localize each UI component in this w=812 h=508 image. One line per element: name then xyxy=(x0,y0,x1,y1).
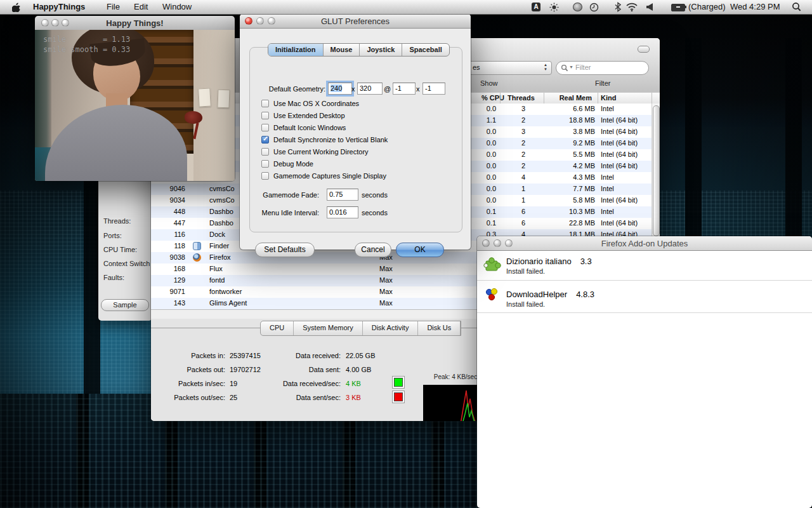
checkbox-debug-mode[interactable] xyxy=(261,160,269,168)
firefox-window-titlebar[interactable]: Firefox Add-on Updates xyxy=(477,236,812,251)
glut-preferences-dialog: GLUT Preferences Initialization Mouse Jo… xyxy=(240,14,471,250)
scrollbar-thumb[interactable] xyxy=(653,105,660,236)
sample-button[interactable]: Sample xyxy=(101,299,149,311)
geometry-height-field[interactable]: 320 xyxy=(357,83,383,95)
geometry-posx-field[interactable]: -1 xyxy=(393,83,416,95)
menu-idle-field[interactable]: 0.016 xyxy=(327,206,358,218)
apple-menu-icon[interactable] xyxy=(12,3,21,12)
menu-idle-label: Menu Idle Interval: xyxy=(241,209,319,217)
sent-color-well[interactable] xyxy=(392,391,405,403)
data-sent-sec-value: 3 KB xyxy=(346,394,361,401)
tab-disk-usage[interactable]: Disk Us xyxy=(418,321,461,335)
header-threads[interactable]: Threads xyxy=(508,94,535,102)
red-lamp xyxy=(185,111,202,124)
gamemode-fade-field[interactable]: 0.75 xyxy=(327,189,358,201)
column-divider xyxy=(598,93,598,104)
battery-icon[interactable] xyxy=(671,4,685,11)
menu-bar: HappyThings File Edit Window A xyxy=(0,0,812,15)
filter-placeholder: Filter xyxy=(575,62,591,73)
app-round-icon[interactable] xyxy=(573,3,582,11)
toolbar-toggle-pill-button[interactable] xyxy=(638,46,650,53)
addon-name: DownloadHelper xyxy=(506,290,567,299)
column-divider xyxy=(652,93,652,104)
glut-titlebar[interactable]: GLUT Preferences xyxy=(240,14,471,29)
bottom-tab-group: CPU System Memory Disk Activity Disk Us xyxy=(260,321,461,336)
process-inspector-window: Threads: Ports: CPU Time: Context Switch… xyxy=(98,181,152,321)
filter-caption: Filter xyxy=(595,79,610,87)
idle-seconds-label: seconds xyxy=(362,209,388,217)
checkbox-working-directory[interactable] xyxy=(261,148,269,156)
packets-out-value: 19702712 xyxy=(230,366,261,373)
firefox-icon xyxy=(193,253,201,262)
filter-search-field[interactable]: ▼ Filter xyxy=(556,61,649,75)
data-received-label: Data received: xyxy=(265,352,341,359)
packets-out-sec-value: 25 xyxy=(230,394,237,401)
data-received-sec-value: 4 KB xyxy=(346,380,361,387)
packets-in-label: Packets in: xyxy=(151,352,225,359)
inspector-ports-label: Ports: xyxy=(103,232,122,239)
poster xyxy=(217,90,230,109)
wifi-icon[interactable] xyxy=(625,3,638,11)
preferences-tab-group: Initialization Mouse Joystick Spaceball xyxy=(268,43,450,57)
tab-disk-activity[interactable]: Disk Activity xyxy=(363,321,419,335)
geometry-width-field[interactable]: 240 xyxy=(328,83,352,95)
spotlight-icon[interactable] xyxy=(792,2,801,12)
time-machine-icon[interactable] xyxy=(589,3,599,12)
default-geometry-label: Default Geometry: xyxy=(252,85,325,93)
header-realmem[interactable]: Real Mem xyxy=(560,94,592,102)
search-menu-chevron-icon: ▼ xyxy=(569,62,573,73)
battery-status-label[interactable]: (Charged) xyxy=(688,2,726,12)
finder-icon xyxy=(193,242,201,250)
app-menu[interactable]: HappyThings xyxy=(33,2,85,12)
set-defaults-button[interactable]: Set Defaults xyxy=(255,243,315,257)
downloadhelper-balls-icon xyxy=(485,287,500,302)
checkbox-iconic-windows[interactable] xyxy=(261,124,269,131)
search-icon xyxy=(561,64,568,72)
inspector-context-label: Context Switch xyxy=(103,260,150,267)
tab-initialization[interactable]: Initialization xyxy=(268,44,324,56)
checkbox-macosx-coordinates[interactable] xyxy=(261,100,269,107)
fade-seconds-label: seconds xyxy=(362,191,388,199)
menu-file[interactable]: File xyxy=(107,2,120,12)
menu-edit[interactable]: Edit xyxy=(134,2,148,12)
popup-visible-text: es xyxy=(473,62,480,73)
packets-in-sec-value: 19 xyxy=(230,380,237,387)
header-cpu[interactable]: % CPU xyxy=(481,94,504,102)
cancel-button[interactable]: Cancel xyxy=(355,243,391,257)
header-kind[interactable]: Kind xyxy=(601,94,616,102)
inspector-threads-label: Threads: xyxy=(103,217,131,225)
list-divider xyxy=(477,312,812,313)
tab-system-memory[interactable]: System Memory xyxy=(294,321,362,335)
checkbox-gamemode-capture[interactable] xyxy=(261,172,269,180)
inspector-faults-label: Faults: xyxy=(103,274,124,281)
volume-icon[interactable] xyxy=(646,3,653,11)
menu-clock[interactable]: Wed 4:29 PM xyxy=(730,2,780,12)
menu-window[interactable]: Window xyxy=(162,2,192,12)
brightness-icon[interactable] xyxy=(549,3,559,12)
show-caption: Show xyxy=(480,79,498,87)
window-title: GLUT Preferences xyxy=(240,17,471,26)
happy-things-window: Happy Things! smile = 1.13smile smooth =… xyxy=(35,16,235,181)
tab-joystick[interactable]: Joystick xyxy=(360,44,402,56)
bluetooth-icon[interactable] xyxy=(615,2,621,12)
data-received-value: 22.05 GB xyxy=(346,352,375,359)
column-divider xyxy=(544,93,544,104)
tab-cpu[interactable]: CPU xyxy=(261,321,294,335)
geometry-posy-field[interactable]: -1 xyxy=(422,83,445,95)
tab-mouse[interactable]: Mouse xyxy=(324,44,360,56)
webcam-video: smile = 1.13smile smooth = 0.33 xyxy=(35,30,235,181)
ok-button[interactable]: OK xyxy=(396,243,444,257)
show-processes-popup[interactable]: es ▲▼ xyxy=(467,61,552,75)
checkbox-vertical-blank[interactable] xyxy=(261,136,269,144)
desktop: Threads: Ports: CPU Time: Context Switch… xyxy=(0,0,812,508)
network-usage-graph xyxy=(423,385,480,421)
addon-version: 4.8.3 xyxy=(576,290,594,299)
input-source-icon[interactable]: A xyxy=(532,3,540,11)
tab-spaceball[interactable]: Spaceball xyxy=(402,44,449,56)
received-color-well[interactable] xyxy=(392,376,405,389)
checkbox-extended-desktop[interactable] xyxy=(261,112,269,119)
geometry-at-sign: @ xyxy=(384,85,391,93)
happy-window-titlebar[interactable]: Happy Things! xyxy=(35,16,235,30)
packets-out-label: Packets out: xyxy=(151,366,225,373)
packets-in-sec-label: Packets in/sec: xyxy=(151,380,225,387)
